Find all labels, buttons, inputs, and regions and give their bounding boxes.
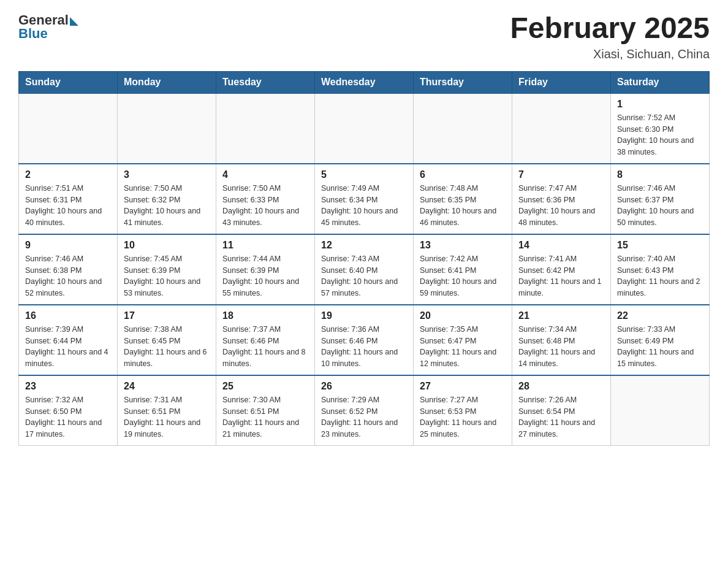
day-number: 16 <box>25 310 111 321</box>
day-info: Sunrise: 7:32 AM Sunset: 6:50 PM Dayligh… <box>25 394 111 440</box>
day-info: Sunrise: 7:37 AM Sunset: 6:46 PM Dayligh… <box>222 324 308 370</box>
calendar-cell: 25Sunrise: 7:30 AM Sunset: 6:51 PM Dayli… <box>216 375 315 446</box>
day-number: 19 <box>321 310 407 321</box>
day-number: 8 <box>617 169 703 180</box>
day-number: 13 <box>420 240 506 251</box>
calendar-cell: 18Sunrise: 7:37 AM Sunset: 6:46 PM Dayli… <box>216 305 315 375</box>
day-number: 15 <box>617 240 703 251</box>
logo: General Blue <box>18 12 78 42</box>
day-number: 24 <box>124 381 210 392</box>
day-number: 9 <box>25 240 111 251</box>
header-sunday: Sunday <box>19 71 118 93</box>
day-info: Sunrise: 7:50 AM Sunset: 6:33 PM Dayligh… <box>222 183 308 229</box>
calendar-cell <box>315 93 414 164</box>
calendar-cell <box>19 93 118 164</box>
location-text: Xiasi, Sichuan, China <box>510 47 710 61</box>
calendar-week-2: 2Sunrise: 7:51 AM Sunset: 6:31 PM Daylig… <box>19 164 710 234</box>
calendar-cell: 7Sunrise: 7:47 AM Sunset: 6:36 PM Daylig… <box>512 164 611 234</box>
weekday-header-row: Sunday Monday Tuesday Wednesday Thursday… <box>19 71 710 93</box>
day-info: Sunrise: 7:31 AM Sunset: 6:51 PM Dayligh… <box>124 394 210 440</box>
day-number: 11 <box>222 240 308 251</box>
day-info: Sunrise: 7:51 AM Sunset: 6:31 PM Dayligh… <box>25 183 111 229</box>
calendar-cell: 27Sunrise: 7:27 AM Sunset: 6:53 PM Dayli… <box>414 375 512 446</box>
calendar-cell: 10Sunrise: 7:45 AM Sunset: 6:39 PM Dayli… <box>118 234 216 305</box>
day-info: Sunrise: 7:26 AM Sunset: 6:54 PM Dayligh… <box>518 394 604 440</box>
logo-arrow-icon <box>70 17 78 26</box>
calendar-week-4: 16Sunrise: 7:39 AM Sunset: 6:44 PM Dayli… <box>19 305 710 375</box>
header-saturday: Saturday <box>611 71 710 93</box>
day-number: 1 <box>617 99 703 110</box>
calendar-week-5: 23Sunrise: 7:32 AM Sunset: 6:50 PM Dayli… <box>19 375 710 446</box>
day-info: Sunrise: 7:44 AM Sunset: 6:39 PM Dayligh… <box>222 253 308 299</box>
header-friday: Friday <box>512 71 611 93</box>
day-number: 4 <box>222 169 308 180</box>
calendar-cell: 8Sunrise: 7:46 AM Sunset: 6:37 PM Daylig… <box>611 164 710 234</box>
day-info: Sunrise: 7:49 AM Sunset: 6:34 PM Dayligh… <box>321 183 407 229</box>
day-info: Sunrise: 7:33 AM Sunset: 6:49 PM Dayligh… <box>617 324 703 370</box>
day-info: Sunrise: 7:30 AM Sunset: 6:51 PM Dayligh… <box>222 394 308 440</box>
day-info: Sunrise: 7:38 AM Sunset: 6:45 PM Dayligh… <box>124 324 210 370</box>
calendar-cell: 20Sunrise: 7:35 AM Sunset: 6:47 PM Dayli… <box>414 305 512 375</box>
calendar-cell: 12Sunrise: 7:43 AM Sunset: 6:40 PM Dayli… <box>315 234 414 305</box>
day-number: 3 <box>124 169 210 180</box>
day-number: 26 <box>321 381 407 392</box>
day-number: 2 <box>25 169 111 180</box>
header-tuesday: Tuesday <box>216 71 315 93</box>
day-info: Sunrise: 7:29 AM Sunset: 6:52 PM Dayligh… <box>321 394 407 440</box>
calendar-cell: 22Sunrise: 7:33 AM Sunset: 6:49 PM Dayli… <box>611 305 710 375</box>
calendar-cell: 11Sunrise: 7:44 AM Sunset: 6:39 PM Dayli… <box>216 234 315 305</box>
day-number: 17 <box>124 310 210 321</box>
calendar-cell <box>414 93 512 164</box>
day-number: 14 <box>518 240 604 251</box>
calendar-cell <box>118 93 216 164</box>
day-info: Sunrise: 7:43 AM Sunset: 6:40 PM Dayligh… <box>321 253 407 299</box>
calendar-cell: 15Sunrise: 7:40 AM Sunset: 6:43 PM Dayli… <box>611 234 710 305</box>
day-number: 21 <box>518 310 604 321</box>
calendar-cell <box>512 93 611 164</box>
day-info: Sunrise: 7:27 AM Sunset: 6:53 PM Dayligh… <box>420 394 506 440</box>
day-number: 25 <box>222 381 308 392</box>
header-wednesday: Wednesday <box>315 71 414 93</box>
calendar-cell: 16Sunrise: 7:39 AM Sunset: 6:44 PM Dayli… <box>19 305 118 375</box>
calendar-table: Sunday Monday Tuesday Wednesday Thursday… <box>18 71 710 446</box>
calendar-cell: 28Sunrise: 7:26 AM Sunset: 6:54 PM Dayli… <box>512 375 611 446</box>
calendar-cell: 26Sunrise: 7:29 AM Sunset: 6:52 PM Dayli… <box>315 375 414 446</box>
calendar-cell: 9Sunrise: 7:46 AM Sunset: 6:38 PM Daylig… <box>19 234 118 305</box>
day-info: Sunrise: 7:41 AM Sunset: 6:42 PM Dayligh… <box>518 253 604 299</box>
month-title: February 2025 <box>510 12 710 45</box>
calendar-cell: 5Sunrise: 7:49 AM Sunset: 6:34 PM Daylig… <box>315 164 414 234</box>
day-info: Sunrise: 7:36 AM Sunset: 6:46 PM Dayligh… <box>321 324 407 370</box>
title-block: February 2025 Xiasi, Sichuan, China <box>510 12 710 61</box>
calendar-cell: 21Sunrise: 7:34 AM Sunset: 6:48 PM Dayli… <box>512 305 611 375</box>
calendar-cell <box>216 93 315 164</box>
calendar-cell: 17Sunrise: 7:38 AM Sunset: 6:45 PM Dayli… <box>118 305 216 375</box>
day-info: Sunrise: 7:34 AM Sunset: 6:48 PM Dayligh… <box>518 324 604 370</box>
day-number: 18 <box>222 310 308 321</box>
day-number: 28 <box>518 381 604 392</box>
day-info: Sunrise: 7:39 AM Sunset: 6:44 PM Dayligh… <box>25 324 111 370</box>
day-number: 20 <box>420 310 506 321</box>
day-info: Sunrise: 7:46 AM Sunset: 6:37 PM Dayligh… <box>617 183 703 229</box>
calendar-cell: 3Sunrise: 7:50 AM Sunset: 6:32 PM Daylig… <box>118 164 216 234</box>
calendar-cell: 23Sunrise: 7:32 AM Sunset: 6:50 PM Dayli… <box>19 375 118 446</box>
day-info: Sunrise: 7:35 AM Sunset: 6:47 PM Dayligh… <box>420 324 506 370</box>
day-info: Sunrise: 7:48 AM Sunset: 6:35 PM Dayligh… <box>420 183 506 229</box>
calendar-cell: 4Sunrise: 7:50 AM Sunset: 6:33 PM Daylig… <box>216 164 315 234</box>
calendar-week-3: 9Sunrise: 7:46 AM Sunset: 6:38 PM Daylig… <box>19 234 710 305</box>
day-number: 7 <box>518 169 604 180</box>
calendar-week-1: 1Sunrise: 7:52 AM Sunset: 6:30 PM Daylig… <box>19 93 710 164</box>
day-number: 12 <box>321 240 407 251</box>
day-number: 6 <box>420 169 506 180</box>
calendar-cell: 2Sunrise: 7:51 AM Sunset: 6:31 PM Daylig… <box>19 164 118 234</box>
day-number: 23 <box>25 381 111 392</box>
day-info: Sunrise: 7:52 AM Sunset: 6:30 PM Dayligh… <box>617 112 703 158</box>
calendar-cell: 14Sunrise: 7:41 AM Sunset: 6:42 PM Dayli… <box>512 234 611 305</box>
header-monday: Monday <box>118 71 216 93</box>
day-info: Sunrise: 7:47 AM Sunset: 6:36 PM Dayligh… <box>518 183 604 229</box>
logo-blue-text: Blue <box>18 26 48 42</box>
day-number: 22 <box>617 310 703 321</box>
calendar-cell: 13Sunrise: 7:42 AM Sunset: 6:41 PM Dayli… <box>414 234 512 305</box>
calendar-cell <box>611 375 710 446</box>
day-info: Sunrise: 7:42 AM Sunset: 6:41 PM Dayligh… <box>420 253 506 299</box>
day-info: Sunrise: 7:40 AM Sunset: 6:43 PM Dayligh… <box>617 253 703 299</box>
